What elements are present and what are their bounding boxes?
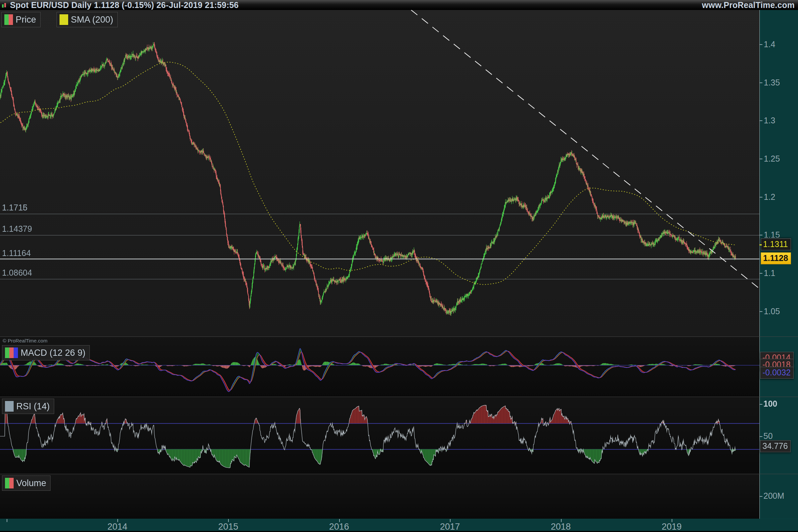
panel-separator: [0, 474, 798, 474]
last-price-badge: 1.1128: [761, 252, 791, 264]
chart-canvas[interactable]: [0, 0, 798, 532]
price-axis-tick: 1.35: [764, 78, 780, 88]
time-axis-year-label: 2017: [440, 522, 460, 532]
price-level-label[interactable]: 1.08604: [2, 268, 32, 278]
panel-separator: [0, 397, 798, 397]
rsi-upper-tick: 100: [763, 399, 777, 408]
panel-separator: [0, 337, 798, 337]
legend-rsi-chip[interactable]: RSI (14): [2, 399, 54, 414]
price-axis-tick: 1.1: [764, 268, 775, 278]
sma-swatch-icon: [59, 14, 68, 25]
time-axis-year-label: 2018: [551, 522, 571, 532]
time-axis[interactable]: 201420152016201720182019: [0, 519, 798, 531]
sma-axis-tick: [759, 244, 762, 245]
price-axis-tick: 1.4: [764, 40, 775, 49]
price-level-label[interactable]: 1.17151.1716: [2, 203, 27, 212]
price-tick-mark: [760, 44, 762, 45]
chart-window: Spot EUR/USD Daily 1.1128 (-0.15%) 26-Ju…: [0, 0, 798, 532]
legend-sma-chip[interactable]: SMA (200): [57, 12, 118, 27]
axis-tick-mark: [760, 496, 762, 497]
sma-value-badge: 1.1311: [761, 239, 791, 250]
time-axis-year-label: 2019: [662, 522, 682, 532]
legend-price-chip[interactable]: Price: [1, 12, 41, 27]
price-level-label[interactable]: 1.14379: [2, 224, 32, 234]
legend-price-label: Price: [16, 15, 36, 25]
price-tick-mark: [760, 82, 762, 83]
price-tick-mark: [760, 158, 762, 159]
price-axis-tick: 1.05: [764, 307, 780, 316]
price-axis-tick: 1.3: [764, 116, 775, 125]
rsi-swatch-icon: [5, 401, 14, 412]
price-tick-mark: [760, 235, 762, 235]
title-bar: Spot EUR/USD Daily 1.1128 (-0.15%) 26-Ju…: [0, 0, 798, 10]
legend-macd-label: MACD (12 26 9): [21, 348, 86, 358]
price-tick-mark: [760, 311, 762, 312]
legend-macd-chip[interactable]: MACD (12 26 9): [2, 345, 90, 360]
macd-line-value-badge: -0.0032: [760, 367, 794, 379]
price-axis-tick: 1.2: [764, 192, 775, 202]
price-tick-mark: [760, 120, 762, 121]
time-axis-year-label: 2014: [108, 522, 127, 532]
axis-tick-mark: [760, 404, 762, 405]
watermark: © ProRealTime.com: [3, 338, 48, 343]
time-axis-year-label: 2015: [218, 522, 238, 532]
volume-axis-tick: 200M: [763, 491, 784, 501]
candlestick-icon: [2, 2, 7, 8]
price-tick-mark: [760, 197, 762, 197]
macd-swatch-icon: [5, 347, 18, 358]
legend-sma-label: SMA (200): [71, 15, 113, 25]
rsi-value-badge: 34.776: [760, 440, 791, 452]
chart-title: Spot EUR/USD Daily 1.1128 (-0.15%) 26-Ju…: [10, 0, 239, 10]
volume-swatch-icon: [5, 478, 14, 489]
price-tick-mark: [760, 273, 762, 274]
legend-rsi-label: RSI (14): [16, 401, 50, 412]
legend-volume-label: Volume: [16, 478, 46, 489]
time-axis-year-label: 2016: [329, 522, 349, 532]
time-axis-tick: [7, 519, 7, 522]
legend-volume-chip[interactable]: Volume: [2, 475, 51, 491]
axis-tick-mark: [760, 436, 762, 437]
price-swatch-icon: [4, 14, 13, 25]
price-level-label[interactable]: 1.11164: [2, 248, 31, 258]
price-axis-tick: 1.25: [764, 154, 780, 164]
site-link[interactable]: www.ProRealTime.com: [702, 0, 795, 10]
rsi-mid-tick: 50: [763, 431, 773, 441]
